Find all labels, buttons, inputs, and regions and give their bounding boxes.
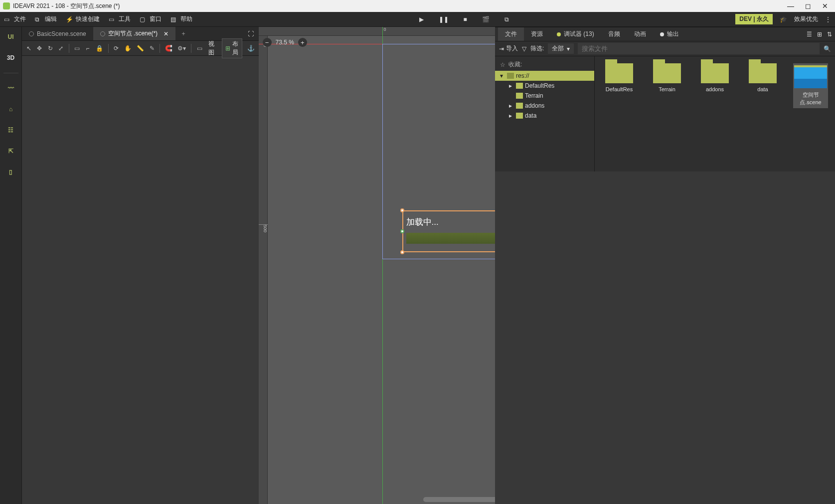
toolbox-icon: ▭ <box>109 16 116 23</box>
scale-tool-icon[interactable]: ⤢ <box>58 43 64 53</box>
grid-folder-terrain[interactable]: Terrain <box>650 63 684 92</box>
menu-help[interactable]: ▤帮助 <box>170 15 192 23</box>
import-button[interactable]: ⇥导入 <box>499 44 518 53</box>
tree-data[interactable]: ▸data <box>495 111 594 121</box>
snap-toggle-icon[interactable]: 🧲 <box>165 43 172 53</box>
toolbar-sep <box>191 44 191 53</box>
play-custom-button[interactable]: ⧉ <box>504 16 509 23</box>
btab-file[interactable]: 文件 <box>498 27 524 41</box>
menu-edit[interactable]: ⧉编辑 <box>35 15 57 23</box>
btab-anim[interactable]: 动画 <box>627 27 653 41</box>
grid-view-icon[interactable]: ⊞ <box>817 31 822 38</box>
zoom-level[interactable]: 73.5 % <box>276 39 294 46</box>
grid-scene-file[interactable]: 空间节点.scene <box>793 63 828 108</box>
window-titlebar: IDEAVR 2021 - 108 - 空间节点.scene (*) — ◻ ✕ <box>0 0 835 12</box>
search-icon[interactable]: 🔍 <box>824 45 831 52</box>
mode-ui-button[interactable]: UI <box>3 31 18 43</box>
select-tool-icon[interactable]: ↖ <box>26 43 32 53</box>
tab-basicscene[interactable]: BasicScene.scene <box>22 27 93 40</box>
handle-tl[interactable] <box>400 208 404 212</box>
star-icon: ☆ <box>500 61 505 68</box>
folder-icon <box>507 73 514 79</box>
rotate-tool-icon[interactable]: ↻ <box>47 43 53 53</box>
main-menubar: ▭文件 ⧉编辑 ⚡快速创建 ▭工具 ▢窗口 ▤帮助 ▶ ❚❚ ■ 🎬 ⧉ DEV… <box>0 12 835 27</box>
file-search-input[interactable] <box>578 43 820 54</box>
toolbar-sep <box>69 44 69 53</box>
view-menu[interactable]: 视图 <box>208 40 217 57</box>
camera-icon[interactable]: ▭ <box>196 43 203 53</box>
btab-debugger[interactable]: 调试器 (13) <box>550 27 601 41</box>
rail-db-icon[interactable]: ☷ <box>3 124 18 136</box>
folder-icon: ▭ <box>4 16 11 23</box>
anchor-icon[interactable]: ⚓ <box>247 43 255 53</box>
perf-dropdown[interactable]: 效果优先 <box>794 15 818 23</box>
grid-folder-defaultres[interactable]: DefaultRes <box>602 63 637 92</box>
anchor-tool-icon[interactable]: ⌐ <box>85 43 91 53</box>
btab-audio[interactable]: 音频 <box>601 27 627 41</box>
rail-asset-icon[interactable]: ⌂ <box>3 103 18 115</box>
menu-tools[interactable]: ▭工具 <box>109 15 131 23</box>
rail-separator <box>3 73 18 73</box>
folder-icon <box>605 63 633 83</box>
expand-viewport-button[interactable]: ⛶ <box>243 30 259 37</box>
lock-tool-icon[interactable]: 🔒 <box>96 43 103 53</box>
menu-more-icon[interactable]: ⋮ <box>825 16 831 23</box>
reload-icon[interactable]: ⟳ <box>113 43 119 53</box>
menu-quick-create[interactable]: ⚡快速创建 <box>66 15 100 23</box>
handle-ml[interactable] <box>400 229 404 233</box>
layout-button[interactable]: ⊞布局 <box>222 38 242 58</box>
filter-dropdown[interactable]: 全部▾ <box>548 43 574 54</box>
grid-folder-addons[interactable]: addons <box>697 63 732 92</box>
zoom-in-button[interactable]: + <box>298 38 307 47</box>
ruler-horizontal: 0 500 1000 <box>259 27 496 36</box>
stop-button[interactable]: ■ <box>464 16 467 23</box>
rect-tool-icon[interactable]: ▭ <box>74 43 80 53</box>
zoom-out-button[interactable]: − <box>263 38 272 47</box>
dev-badge[interactable]: DEV | 永久 <box>735 14 773 24</box>
tab-close-icon[interactable]: ✕ <box>164 30 168 37</box>
rail-curve-icon[interactable]: 〰 <box>3 82 18 94</box>
ruler-tool-icon[interactable]: 📏 <box>137 43 144 53</box>
sort-icon[interactable]: ⇅ <box>827 31 832 38</box>
filter-label: 筛选: <box>530 44 544 53</box>
tree-root[interactable]: ▾res:// <box>495 71 594 81</box>
filter-icon: ▽ <box>522 45 526 52</box>
pause-button[interactable]: ❚❚ <box>439 16 449 23</box>
menu-window[interactable]: ▢窗口 <box>140 15 162 23</box>
play-scene-button[interactable]: 🎬 <box>482 16 490 23</box>
lightning-icon: ⚡ <box>66 16 73 23</box>
tree-terrain[interactable]: Terrain <box>495 91 594 101</box>
handle-bl[interactable] <box>400 250 404 254</box>
viewport-scrollbar[interactable] <box>423 497 496 502</box>
tree-defaultres[interactable]: ▸DefaultRes <box>495 81 594 91</box>
minimize-button[interactable]: — <box>787 2 794 10</box>
menu-file[interactable]: ▭文件 <box>4 15 26 23</box>
warning-dot-icon <box>557 32 561 36</box>
move-tool-icon[interactable]: ✥ <box>37 43 43 53</box>
maximize-button[interactable]: ◻ <box>805 2 811 10</box>
pan-tool-icon[interactable]: ✋ <box>124 43 132 53</box>
import-icon: ⇥ <box>499 45 504 52</box>
list-view-icon[interactable]: ☰ <box>807 31 812 38</box>
tree-addons[interactable]: ▸addons <box>495 101 594 111</box>
viewport[interactable]: 0 500 1000 0 500 − 73.5 % + 加载中... 0% <box>259 27 496 504</box>
rail-device-icon[interactable]: ▯ <box>3 166 18 178</box>
bottom-panel: 文件 资源 调试器 (13) 音频 动画 输出 ☰ ⊞ ⇅ ⇥导入 ▽筛选: 全… <box>495 27 835 171</box>
brush-icon[interactable]: ✎ <box>149 43 155 53</box>
btab-output[interactable]: 输出 <box>653 27 686 41</box>
mode-3d-button[interactable]: 3D <box>3 52 18 64</box>
tab-active-scene[interactable]: 空间节点 .scene(*)✕ <box>93 27 175 40</box>
grid-folder-data[interactable]: data <box>745 63 780 92</box>
play-button[interactable]: ▶ <box>419 16 424 23</box>
snap-options-icon[interactable]: ⚙▾ <box>177 43 186 53</box>
folder-icon <box>516 83 523 89</box>
academy-icon[interactable]: 🎓 <box>780 16 787 23</box>
tab-add-button[interactable]: ＋ <box>175 27 191 40</box>
folder-icon <box>516 113 523 119</box>
rail-export-icon[interactable]: ⇱ <box>3 145 18 157</box>
selection-box[interactable] <box>402 210 496 252</box>
folder-icon <box>516 103 523 109</box>
close-window-button[interactable]: ✕ <box>822 2 828 10</box>
btab-resource[interactable]: 资源 <box>524 27 550 41</box>
viewport-toolbar: ↖ ✥ ↻ ⤢ ▭ ⌐ 🔒 ⟳ ✋ 📏 ✎ 🧲 ⚙▾ ▭ 视图 ⊞布局 ⚓ <box>22 41 259 56</box>
